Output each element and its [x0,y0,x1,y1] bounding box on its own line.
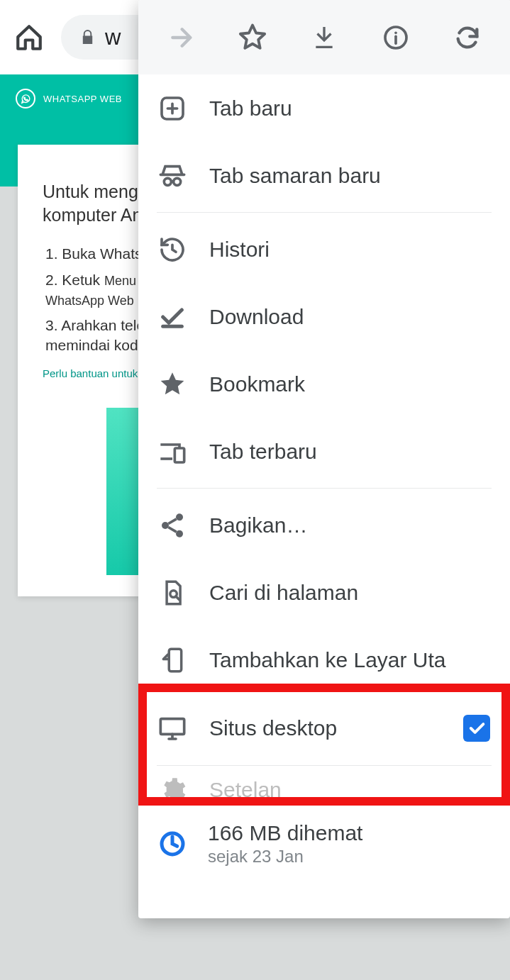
history-icon [158,235,187,264]
svg-rect-5 [174,448,184,462]
menu-item-bookmark[interactable]: Bookmark [138,350,510,418]
svg-rect-10 [169,649,181,672]
download-check-icon [158,303,187,331]
svg-point-1 [394,31,397,34]
download-toolbar-icon[interactable] [309,23,339,52]
menu-item-label: Histori [209,238,490,262]
menu-item-new-tab[interactable]: Tab baru [138,74,510,142]
browser-menu-panel: Tab baru Tab samaran baru Histori Downlo… [138,0,510,918]
find-in-page-icon [158,579,187,607]
menu-item-data-saved[interactable]: 166 MB dihemat sejak 23 Jan [138,811,510,882]
menu-item-incognito[interactable]: Tab samaran baru [138,142,510,209]
menu-item-add-homescreen[interactable]: Tambahkan ke Layar Uta [138,626,510,694]
menu-item-label: Tab samaran baru [209,164,490,188]
share-icon [158,511,187,540]
menu-item-label: Situs desktop [209,716,440,740]
star-icon[interactable] [238,23,267,52]
menu-item-label: Tab baru [209,96,490,121]
svg-point-3 [164,178,171,185]
info-icon[interactable] [381,23,411,52]
menu-toolbar [138,0,510,74]
incognito-icon [158,162,187,190]
gear-icon [158,776,187,804]
menu-item-label: Cari di halaman [209,581,490,605]
menu-item-label: Tambahkan ke Layar Uta [209,648,490,672]
menu-separator [157,488,492,489]
whatsapp-brand: WHATSAPP WEB [16,89,122,108]
home-icon[interactable] [14,23,44,52]
svg-point-7 [162,522,169,529]
menu-item-label: Download [209,305,490,329]
svg-rect-11 [160,718,184,734]
svg-point-6 [176,513,183,520]
whatsapp-logo-icon [16,89,35,108]
forward-icon [166,23,196,52]
reload-icon[interactable] [453,23,482,52]
data-saver-icon [158,830,187,858]
menu-item-share[interactable]: Bagikan… [138,491,510,559]
devices-icon [158,438,187,466]
menu-item-download[interactable]: Download [138,283,510,350]
menu-item-find[interactable]: Cari di halaman [138,559,510,626]
menu-item-history[interactable]: Histori [138,216,510,283]
data-saved-title: 166 MB dihemat [208,821,362,845]
plus-square-icon [158,94,187,123]
menu-item-settings[interactable]: Setelan [138,769,510,811]
checkbox-checked-icon[interactable] [463,715,490,742]
menu-separator [157,212,492,213]
menu-separator [157,765,492,766]
svg-point-8 [176,530,183,537]
menu-item-recent-tabs[interactable]: Tab terbaru [138,418,510,485]
star-filled-icon [158,370,187,399]
menu-item-label: Bagikan… [209,513,490,538]
menu-item-label: Setelan [209,778,490,802]
menu-item-label: Tab terbaru [209,440,490,464]
svg-point-4 [174,178,181,185]
desktop-icon [158,714,187,742]
add-to-homescreen-icon [158,646,187,674]
menu-item-desktop-site[interactable]: Situs desktop [138,694,510,762]
menu-item-label: Bookmark [209,372,490,396]
data-saved-subtitle: sejak 23 Jan [208,847,362,867]
url-text: w [105,25,126,50]
whatsapp-brand-label: WHATSAPP WEB [43,94,122,104]
lock-icon [79,28,96,47]
